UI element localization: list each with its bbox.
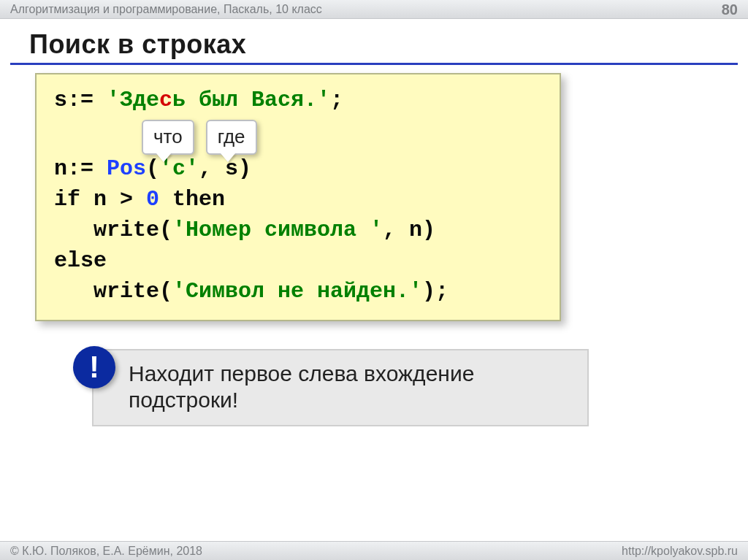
indent: [54, 218, 94, 242]
breadcrumb: Алгоритмизация и программирование, Паска…: [10, 0, 322, 19]
footer-bar: © К.Ю. Поляков, Е.А. Ерёмин, 2018 http:/…: [0, 541, 748, 560]
string-literal: 'Символ не найден.': [172, 279, 422, 304]
code-text: );: [422, 279, 449, 304]
code-line-5: else: [54, 245, 542, 276]
code-line-1: s:= 'Здесь был Вася.';: [54, 85, 542, 115]
exclamation-icon: !: [73, 346, 115, 388]
note-line-1: Находит первое слева вхождение: [129, 361, 571, 387]
code-line-6: write('Символ не найден.');: [54, 276, 542, 307]
label-spacer: что где: [54, 115, 542, 153]
page-number: 80: [722, 0, 738, 19]
code-text: n:=: [54, 156, 107, 181]
code-text: s:=: [54, 88, 107, 112]
label-row: что где: [142, 120, 257, 155]
code-line-4: write('Номер символа ', n): [54, 215, 542, 245]
code-text: , n): [383, 218, 435, 242]
keyword: then: [159, 187, 225, 212]
string-literal: ь был Вася.': [172, 88, 330, 112]
code-text: write(: [94, 279, 172, 304]
footer-copyright: © К.Ю. Поляков, Е.А. Ерёмин, 2018: [10, 542, 202, 560]
code-line-3: if n > 0 then: [54, 184, 542, 215]
code-box: s:= 'Здесь был Вася.'; что где n:= Pos('…: [35, 73, 561, 321]
bubble-where: где: [206, 120, 257, 155]
title-underline: [10, 63, 738, 65]
note-line-2: подстроки!: [129, 387, 571, 413]
bubble-what: что: [142, 120, 194, 155]
keyword: if n >: [54, 187, 146, 212]
indent: [54, 279, 94, 304]
note-box: ! Находит первое слева вхождение подстро…: [92, 349, 589, 426]
header-bar: Алгоритмизация и программирование, Паска…: [0, 0, 748, 19]
code-text: ;: [330, 88, 343, 112]
code-text: write(: [94, 218, 172, 242]
highlighted-char: с: [159, 88, 172, 112]
slide: Алгоритмизация и программирование, Паска…: [0, 0, 748, 560]
footer-link: http://kpolyakov.spb.ru: [622, 542, 738, 560]
page-title: Поиск в строках: [29, 29, 246, 60]
number: 0: [146, 187, 159, 212]
string-literal: 'Зде: [107, 88, 159, 112]
code-line-2: n:= Pos('с', s): [54, 153, 542, 184]
string-literal: 'Номер символа ': [172, 218, 383, 242]
function-name: Pos: [107, 156, 146, 181]
